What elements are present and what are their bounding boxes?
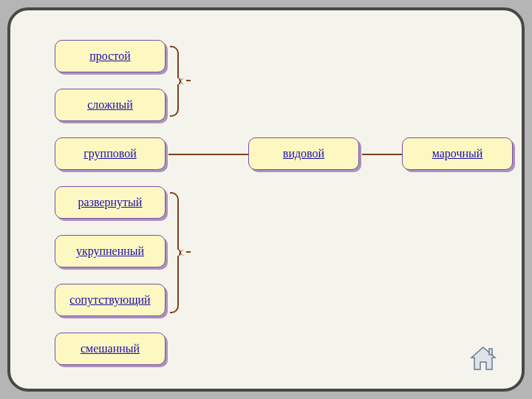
box-label: сопутствующий xyxy=(69,293,150,307)
box-enlarged[interactable]: укрупненный xyxy=(55,235,166,267)
box-label: сложный xyxy=(87,98,133,112)
brace-top xyxy=(170,46,192,117)
box-brand[interactable]: марочный xyxy=(402,137,513,170)
box-accompanying[interactable]: сопутствующий xyxy=(55,284,166,316)
box-complex[interactable]: сложный xyxy=(55,89,166,121)
box-label: марочный xyxy=(432,147,483,160)
box-mixed[interactable]: смешанный xyxy=(55,332,166,365)
box-label: видовой xyxy=(283,147,324,160)
box-label: укрупненный xyxy=(76,245,144,258)
box-label: смешанный xyxy=(81,342,140,355)
box-simple[interactable]: простой xyxy=(55,40,166,72)
home-icon[interactable] xyxy=(468,346,498,372)
box-expanded[interactable]: развернутый xyxy=(55,186,166,219)
box-species[interactable]: видовой xyxy=(248,137,359,170)
box-group[interactable]: групповой xyxy=(55,137,166,170)
box-label: простой xyxy=(89,50,130,63)
box-label: групповой xyxy=(83,147,136,160)
box-label: развернутый xyxy=(78,196,143,209)
svg-rect-1 xyxy=(489,349,492,355)
connector-group-to-species xyxy=(168,154,248,155)
connector-species-to-brand xyxy=(362,154,402,155)
brace-bottom xyxy=(170,192,192,313)
diagram-frame: простой сложный групповой развернутый ук… xyxy=(7,7,525,392)
